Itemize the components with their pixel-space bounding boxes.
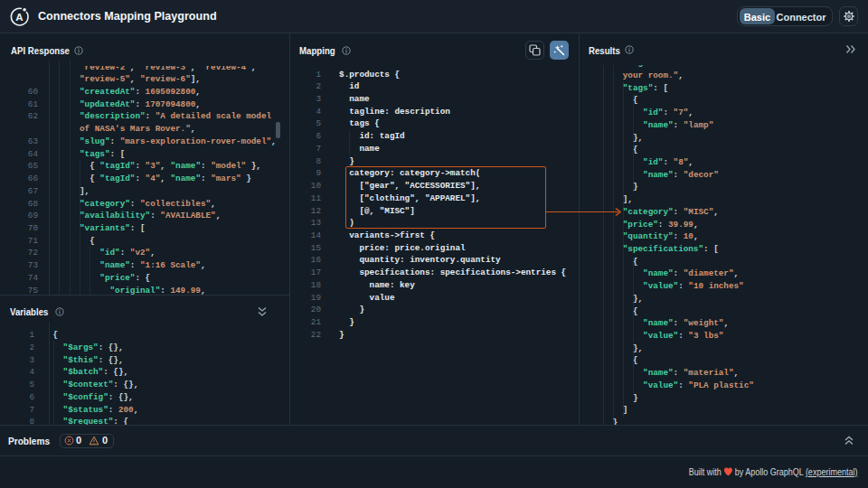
svg-text:A: A (15, 12, 23, 23)
